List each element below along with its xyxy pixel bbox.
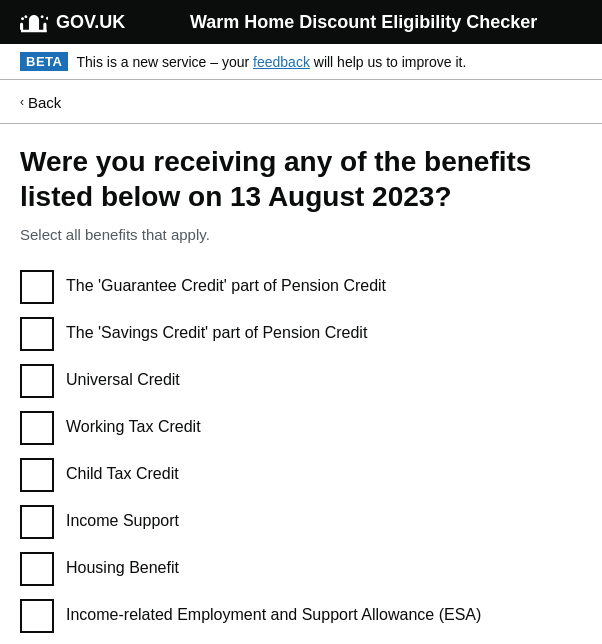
checkbox-label-cb3[interactable]: Universal Credit <box>66 369 180 391</box>
page-heading: Were you receiving any of the benefits l… <box>20 144 582 214</box>
main-content: Were you receiving any of the benefits l… <box>0 124 602 645</box>
checkbox-item: Income-related Employment and Support Al… <box>20 592 582 639</box>
checkboxes-list: The 'Guarantee Credit' part of Pension C… <box>20 263 582 645</box>
crown-icon <box>20 10 48 34</box>
checkbox-input-cb5[interactable] <box>20 458 54 492</box>
checkbox-input-cb2[interactable] <box>20 317 54 351</box>
back-link[interactable]: ‹ Back <box>20 94 61 111</box>
checkbox-item: Housing Benefit <box>20 545 582 592</box>
beta-banner: BETA This is a new service – your feedba… <box>0 44 602 80</box>
checkbox-label-cb8[interactable]: Income-related Employment and Support Al… <box>66 604 481 626</box>
checkbox-label-cb5[interactable]: Child Tax Credit <box>66 463 179 485</box>
checkbox-item: The 'Guarantee Credit' part of Pension C… <box>20 263 582 310</box>
checkbox-input-cb3[interactable] <box>20 364 54 398</box>
back-link-container: ‹ Back <box>0 80 602 124</box>
back-chevron-icon: ‹ <box>20 95 24 109</box>
checkbox-input-cb1[interactable] <box>20 270 54 304</box>
header-title: Warm Home Discount Eligibility Checker <box>145 12 582 33</box>
checkbox-label-cb4[interactable]: Working Tax Credit <box>66 416 201 438</box>
checkbox-input-cb4[interactable] <box>20 411 54 445</box>
checkbox-item: Working Tax Credit <box>20 404 582 451</box>
checkbox-item: Child Tax Credit <box>20 451 582 498</box>
checkbox-item: Income Support <box>20 498 582 545</box>
gov-logo: GOV.UK <box>20 10 125 34</box>
checkbox-input-cb8[interactable] <box>20 599 54 633</box>
checkbox-label-cb6[interactable]: Income Support <box>66 510 179 532</box>
checkbox-input-cb6[interactable] <box>20 505 54 539</box>
site-header: GOV.UK Warm Home Discount Eligibility Ch… <box>0 0 602 44</box>
checkbox-label-cb7[interactable]: Housing Benefit <box>66 557 179 579</box>
feedback-link[interactable]: feedback <box>253 54 310 70</box>
checkbox-label-cb1[interactable]: The 'Guarantee Credit' part of Pension C… <box>66 275 386 297</box>
beta-banner-text: This is a new service – your feedback wi… <box>76 54 466 70</box>
checkbox-input-cb7[interactable] <box>20 552 54 586</box>
gov-name-text: GOV.UK <box>56 12 125 33</box>
hint-text: Select all benefits that apply. <box>20 226 582 243</box>
checkbox-item: The 'Savings Credit' part of Pension Cre… <box>20 310 582 357</box>
checkbox-label-cb2[interactable]: The 'Savings Credit' part of Pension Cre… <box>66 322 367 344</box>
checkbox-item: Income-based Jobseeker's Allowance <box>20 639 582 645</box>
checkbox-item: Universal Credit <box>20 357 582 404</box>
beta-tag: BETA <box>20 52 68 71</box>
